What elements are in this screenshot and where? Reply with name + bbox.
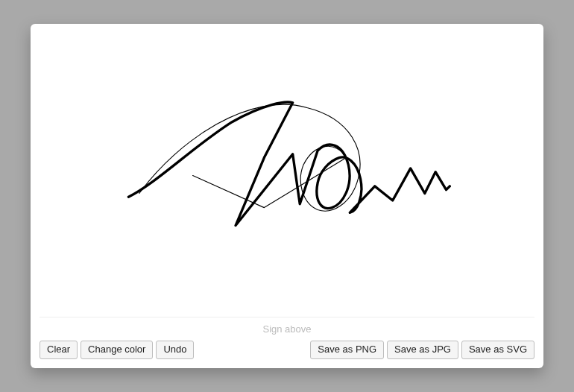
undo-button[interactable]: Undo: [156, 341, 194, 359]
change-color-button[interactable]: Change color: [81, 341, 153, 359]
save-svg-button[interactable]: Save as SVG: [461, 341, 534, 359]
signature-drawing: [40, 33, 534, 317]
save-png-button[interactable]: Save as PNG: [310, 341, 384, 359]
signature-panel: Sign above Clear Change color Undo Save …: [31, 24, 543, 368]
signature-stroke-thick: [128, 102, 450, 225]
toolbar: Clear Change color Undo Save as PNG Save…: [40, 341, 534, 359]
save-jpg-button[interactable]: Save as JPG: [387, 341, 458, 359]
hint-label: Sign above: [40, 320, 534, 341]
signature-canvas[interactable]: [40, 33, 534, 317]
toolbar-left: Clear Change color Undo: [40, 341, 194, 359]
clear-button[interactable]: Clear: [40, 341, 78, 359]
toolbar-right: Save as PNG Save as JPG Save as SVG: [310, 341, 534, 359]
